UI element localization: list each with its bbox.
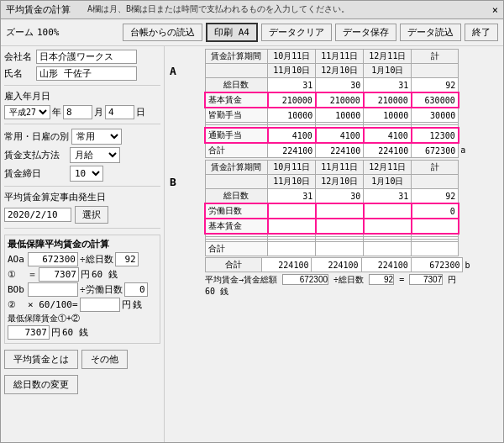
birth-era-select[interactable]: 平成27 <box>4 105 50 119</box>
event-label: 平均賃金算定事由発生日 <box>4 192 106 203</box>
total-days[interactable] <box>115 252 139 266</box>
title-left: 平均賃金の計算 A欄は月、B欄は日または時間で支払われるものを入力してください。 <box>6 3 349 16</box>
type-select[interactable]: 常用 日雇 <box>71 129 122 145</box>
labor-days[interactable] <box>124 282 148 297</box>
row-v2-a5[interactable]: 224100 <box>316 143 364 158</box>
row-v3-a4[interactable]: 4100 <box>364 128 412 143</box>
birth-month-input[interactable] <box>63 105 92 119</box>
birth-day-input[interactable] <box>105 105 134 119</box>
event-date-input[interactable] <box>4 208 71 222</box>
footer-v1[interactable]: 224100 <box>262 258 312 272</box>
row-sum-a0[interactable]: 630000 <box>412 92 459 108</box>
row-label-b5: 合計 <box>205 242 268 256</box>
period2-bot: 12月10日 <box>316 64 364 78</box>
right-panel: 賃金計算期間 10月11日 11月11日 12月11日 計 A 11月10日 1… <box>165 46 503 442</box>
row-v3-a0[interactable]: 210000 <box>364 92 412 108</box>
close-icon[interactable]: × <box>492 4 498 16</box>
name-input[interactable] <box>36 66 137 81</box>
eq2-value[interactable] <box>80 298 120 312</box>
section-spacer-a5 <box>167 143 205 158</box>
days-a3[interactable]: 31 <box>364 78 412 93</box>
aoa-value[interactable] <box>28 252 78 266</box>
row-v2-a1[interactable]: 10000 <box>316 108 364 123</box>
row-v3-b5[interactable] <box>364 242 412 256</box>
row-label-a4: 通勤手当 <box>205 128 268 143</box>
row-v1-b5[interactable] <box>268 242 316 256</box>
row-sum-b0[interactable]: 0 <box>412 203 459 219</box>
row-label-a5: 合計 <box>205 143 268 158</box>
row-sum-a1[interactable]: 30000 <box>412 108 459 123</box>
period2-bot-b: 12月10日 <box>316 175 364 189</box>
total-change-button[interactable]: 総日数の変更 <box>4 375 78 394</box>
row-v3-a5[interactable]: 224100 <box>364 143 412 158</box>
bob-value[interactable] <box>28 282 78 297</box>
row-sum-b5[interactable] <box>412 242 459 256</box>
row-extra-b1 <box>459 219 501 234</box>
load-button[interactable]: データ読込 <box>400 24 461 41</box>
birth-year-label: 年 <box>52 106 61 119</box>
days-b1[interactable]: 31 <box>268 189 316 204</box>
section-b-spacer <box>167 161 205 175</box>
formula-result-label: = <box>399 275 404 284</box>
select-button[interactable]: 選択 <box>75 206 108 224</box>
min-value[interactable] <box>8 325 50 340</box>
aoa-row: AOa ÷総日数 <box>8 252 157 266</box>
total-days-spacer-b <box>167 189 205 204</box>
days-b-extra <box>459 189 501 204</box>
row-v1-b1[interactable] <box>268 219 316 234</box>
formula-days[interactable] <box>369 274 394 285</box>
footer-sum[interactable]: 672300 <box>411 258 463 272</box>
pay-label: 賃金支払方法 <box>4 149 67 161</box>
period3-bot: 1月10日 <box>364 64 412 78</box>
yen3: 円 <box>51 326 60 339</box>
row-v1-b0[interactable] <box>268 203 316 219</box>
sonota-button[interactable]: その他 <box>81 350 128 369</box>
period3-top: 12月11日 <box>364 50 412 64</box>
row-v2-a4[interactable]: 4100 <box>316 128 364 143</box>
days-a-sum[interactable]: 92 <box>412 78 459 93</box>
row-v2-b0[interactable] <box>316 203 364 219</box>
row-sum-a5[interactable]: 672300 <box>412 143 459 158</box>
event-date-row: 選択 <box>4 206 160 224</box>
end-button[interactable]: 終了 <box>465 24 498 41</box>
days-b2[interactable]: 30 <box>316 189 364 204</box>
period-header-b: 賃金計算期間 <box>205 161 268 175</box>
formula-result[interactable] <box>409 274 443 285</box>
row-v2-a0[interactable]: 210000 <box>316 92 364 108</box>
row-v1-a0[interactable]: 210000 <box>268 92 316 108</box>
row-sum-b1[interactable] <box>412 219 459 234</box>
section-spacer-b0 <box>167 203 205 219</box>
save-button[interactable]: データ保存 <box>335 24 396 41</box>
print-button[interactable]: 印刷 A4 <box>206 23 258 42</box>
row-v1-a4[interactable]: 4100 <box>268 128 316 143</box>
heikin-button[interactable]: 平均賃金とは <box>4 350 78 369</box>
days-a2[interactable]: 30 <box>316 78 364 93</box>
days-b3[interactable]: 31 <box>364 189 412 204</box>
yen1: 円 <box>81 268 90 281</box>
ledger-button[interactable]: 台帳からの読込 <box>123 24 202 41</box>
row-v3-a1[interactable]: 10000 <box>364 108 412 123</box>
days-a1[interactable]: 31 <box>268 78 316 93</box>
row-v2-b1[interactable] <box>316 219 364 234</box>
row-v3-b1[interactable] <box>364 219 412 234</box>
small-b-footer: b <box>463 258 501 272</box>
footer-v3[interactable]: 224100 <box>361 258 411 272</box>
total-footer-label: 合計 <box>205 258 262 272</box>
clear-button[interactable]: データクリア <box>261 24 332 41</box>
formula-spacer <box>167 272 205 300</box>
section-spacer-b1 <box>167 219 205 234</box>
row-sum-a4[interactable]: 12300 <box>412 128 459 143</box>
eq1-value[interactable] <box>39 267 79 282</box>
company-input[interactable] <box>36 50 137 64</box>
formula-total[interactable] <box>282 274 328 285</box>
footer-v2[interactable]: 224100 <box>312 258 361 272</box>
days-b-sum[interactable]: 92 <box>412 189 459 204</box>
title-bar: 平均賃金の計算 A欄は月、B欄は日または時間で支払われるものを入力してください。… <box>1 1 503 19</box>
pay-select[interactable]: 月給 日給 時間給 <box>70 147 120 163</box>
row-v2-b5[interactable] <box>316 242 364 256</box>
sum-header-a: 計 <box>412 50 459 64</box>
row-v1-a1[interactable]: 10000 <box>268 108 316 123</box>
row-v1-a5[interactable]: 224100 <box>268 143 316 158</box>
closing-select[interactable]: 10 <box>70 166 103 182</box>
row-v3-b0[interactable] <box>364 203 412 219</box>
